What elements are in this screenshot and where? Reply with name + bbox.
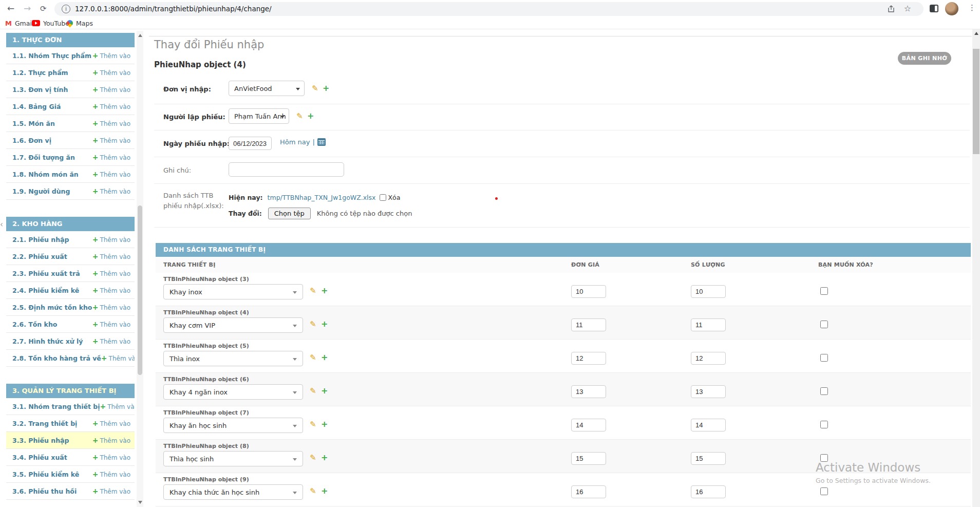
add-plus-icon[interactable]: + bbox=[321, 319, 328, 329]
equipment-select[interactable]: Khay inox bbox=[163, 284, 303, 299]
equipment-select[interactable]: Thìa học sinh bbox=[163, 451, 303, 466]
calendar-icon[interactable] bbox=[317, 138, 326, 146]
sidebar-add-link[interactable]: +Thêm vào bbox=[92, 252, 130, 260]
sidebar-item-label[interactable]: 2.3. Phiếu xuất trả bbox=[12, 270, 80, 277]
sidebar-item[interactable]: 3.6. Phiếu thu hồi +Thêm vào bbox=[6, 483, 135, 500]
don-gia-input[interactable] bbox=[571, 452, 606, 465]
sidebar-add-link[interactable]: +Thêm vào bbox=[92, 136, 130, 144]
file-link[interactable]: tmp/TTBNhap_TXN_Jw1goWZ.xlsx bbox=[268, 194, 376, 201]
address-bar[interactable]: i 127.0.0.1:8000/admin/trangthietbi/phie… bbox=[54, 2, 924, 16]
sidebar-add-link[interactable]: +Thêm vào bbox=[92, 320, 130, 328]
edit-pencil-icon[interactable]: ✎ bbox=[310, 453, 316, 462]
don-gia-input[interactable] bbox=[571, 485, 606, 498]
sidebar-item[interactable]: 1.7. Đối tượng ăn +Thêm vào bbox=[6, 149, 135, 166]
add-plus-icon[interactable]: + bbox=[323, 83, 329, 93]
edit-pencil-icon[interactable]: ✎ bbox=[296, 111, 303, 121]
sidebar-add-link[interactable]: +Thêm vào bbox=[101, 354, 135, 362]
add-plus-icon[interactable]: + bbox=[321, 453, 328, 462]
sidebar-add-link[interactable]: +Thêm vào bbox=[92, 153, 130, 161]
don-gia-input[interactable] bbox=[571, 285, 606, 298]
sidebar-add-link[interactable]: +Thêm vào bbox=[92, 51, 130, 60]
sidebar-item-label[interactable]: 3.4. Phiếu xuất bbox=[12, 454, 67, 461]
sidebar-item[interactable]: 2.1. Phiếu nhập +Thêm vào bbox=[6, 231, 135, 248]
sidebar-item-label[interactable]: 3.1. Nhóm trang thiết bị bbox=[12, 403, 100, 410]
sidebar-add-link[interactable]: +Thêm vào bbox=[92, 170, 130, 178]
sidebar-item-label[interactable]: 2.1. Phiếu nhập bbox=[12, 236, 69, 243]
sidebar-item-label[interactable]: 3.2. Trang thiết bị bbox=[12, 420, 77, 427]
scroll-up-icon[interactable] bbox=[138, 34, 142, 37]
sidebar-item[interactable]: 2.2. Phiếu xuất +Thêm vào bbox=[6, 248, 135, 265]
back-icon[interactable]: ← bbox=[7, 3, 14, 13]
edit-pencil-icon[interactable]: ✎ bbox=[310, 286, 316, 295]
bookmark-star-icon[interactable]: ☆ bbox=[904, 4, 911, 13]
add-plus-icon[interactable]: + bbox=[321, 419, 328, 429]
don-gia-input[interactable] bbox=[571, 385, 606, 398]
sidebar-add-link[interactable]: +Thêm vào bbox=[92, 119, 130, 127]
add-plus-icon[interactable]: + bbox=[321, 286, 328, 295]
don-gia-input[interactable] bbox=[571, 318, 606, 331]
sidebar-item-label[interactable]: 2.5. Định mức tồn kho bbox=[12, 304, 92, 311]
reload-icon[interactable]: ⟳ bbox=[40, 4, 47, 13]
sidebar-add-link[interactable]: +Thêm vào bbox=[92, 85, 130, 93]
sidebar-item-label[interactable]: 1.8. Nhóm món ăn bbox=[12, 171, 79, 178]
nguoi-lap-phieu-select[interactable]: Phạm Tuấn Anh bbox=[229, 108, 289, 124]
sidebar-item[interactable]: 2.6. Tồn kho +Thêm vào bbox=[6, 316, 135, 333]
sidebar-add-link[interactable]: +Thêm vào bbox=[92, 102, 130, 110]
delete-checkbox[interactable] bbox=[820, 387, 828, 395]
sidebar-item-label[interactable]: 3.5. Phiếu kiểm kê bbox=[12, 471, 79, 478]
equipment-select[interactable]: Khay cơm VIP bbox=[163, 317, 303, 333]
so-luong-input[interactable] bbox=[691, 318, 726, 331]
sidebar-item-label[interactable]: 1.4. Bảng Giá bbox=[12, 103, 61, 110]
add-plus-icon[interactable]: + bbox=[321, 486, 328, 496]
don-gia-input[interactable] bbox=[571, 352, 606, 365]
sidebar-item[interactable]: 1.6. Đơn vị +Thêm vào bbox=[6, 132, 135, 149]
edit-pencil-icon[interactable]: ✎ bbox=[312, 84, 318, 93]
edit-pencil-icon[interactable]: ✎ bbox=[310, 353, 316, 362]
add-plus-icon[interactable]: + bbox=[321, 352, 328, 362]
delete-checkbox[interactable] bbox=[820, 421, 828, 428]
history-button[interactable]: BẢN GHI NHỚ bbox=[898, 52, 951, 65]
menu-kebab-icon[interactable]: ⋮ bbox=[968, 3, 976, 12]
sidebar-add-link[interactable]: +Thêm vào bbox=[92, 453, 130, 461]
sidebar-add-link[interactable]: +Thêm vào bbox=[92, 487, 130, 495]
sidebar-item-label[interactable]: 1.7. Đối tượng ăn bbox=[12, 154, 75, 161]
don-gia-input[interactable] bbox=[571, 419, 606, 431]
sidebar-item[interactable]: 1.9. Người dùng +Thêm vào bbox=[6, 183, 135, 200]
sidebar-item[interactable]: 1.4. Bảng Giá +Thêm vào bbox=[6, 98, 135, 115]
sidebar-item[interactable]: 3.3. Phiếu nhập +Thêm vào bbox=[6, 432, 135, 449]
sidebar-add-link[interactable]: +Thêm vào bbox=[92, 470, 130, 478]
sidebar-add-link[interactable]: +Thêm vào bbox=[92, 337, 130, 345]
sidebar-item-label[interactable]: 1.9. Người dùng bbox=[12, 187, 70, 195]
sidebar-add-link[interactable]: +Thêm vào bbox=[92, 286, 130, 294]
sidebar-item-label[interactable]: 3.6. Phiếu thu hồi bbox=[12, 487, 77, 495]
sidebar-item-label[interactable]: 3.3. Phiếu nhập bbox=[12, 437, 69, 444]
delete-checkbox[interactable] bbox=[820, 287, 828, 295]
sidebar-item[interactable]: 2.7. Hình thức xử lý +Thêm vào bbox=[6, 333, 135, 350]
don-vi-nhap-select[interactable]: AnVietFood bbox=[229, 81, 305, 96]
today-link[interactable]: Hôm nay bbox=[280, 138, 310, 146]
share-icon[interactable] bbox=[887, 5, 895, 13]
sidebar-item-label[interactable]: 2.8. Tồn kho hàng trả về bbox=[12, 354, 101, 362]
collapse-chevron-icon[interactable]: ‹ bbox=[0, 220, 3, 229]
sidebar-add-link[interactable]: +Thêm vào bbox=[92, 68, 130, 77]
sidebar-item[interactable]: 2.5. Định mức tồn kho +Thêm vào bbox=[6, 299, 135, 316]
scroll-up-icon[interactable] bbox=[974, 32, 978, 35]
so-luong-input[interactable] bbox=[691, 352, 726, 365]
sidebar-item[interactable]: 3.5. Phiếu kiểm kê +Thêm vào bbox=[6, 466, 135, 483]
add-plus-icon[interactable]: + bbox=[321, 386, 328, 396]
clear-file-checkbox[interactable] bbox=[380, 194, 386, 201]
so-luong-input[interactable] bbox=[691, 485, 726, 498]
sidebar-item-label[interactable]: 2.6. Tồn kho bbox=[12, 321, 57, 328]
sidebar-add-link[interactable]: +Thêm vào bbox=[92, 187, 130, 195]
edit-pencil-icon[interactable]: ✎ bbox=[310, 386, 316, 396]
sidebar-item[interactable]: 2.4. Phiếu kiểm kê +Thêm vào bbox=[6, 282, 135, 299]
sidebar-item-label[interactable]: 1.1. Nhóm Thực phẩm bbox=[12, 52, 91, 60]
sidebar-item[interactable]: 1.2. Thực phẩm +Thêm vào bbox=[6, 64, 135, 81]
sidebar-add-link[interactable]: +Thêm vào bbox=[92, 436, 130, 444]
forward-icon[interactable]: → bbox=[24, 3, 31, 13]
sidebar-add-link[interactable]: +Thêm vào bbox=[92, 235, 130, 243]
sidebar-item[interactable]: 3.4. Phiếu xuất +Thêm vào bbox=[6, 449, 135, 466]
delete-checkbox[interactable] bbox=[820, 487, 828, 495]
sidebar-scrollbar[interactable] bbox=[137, 31, 143, 507]
so-luong-input[interactable] bbox=[691, 285, 726, 298]
